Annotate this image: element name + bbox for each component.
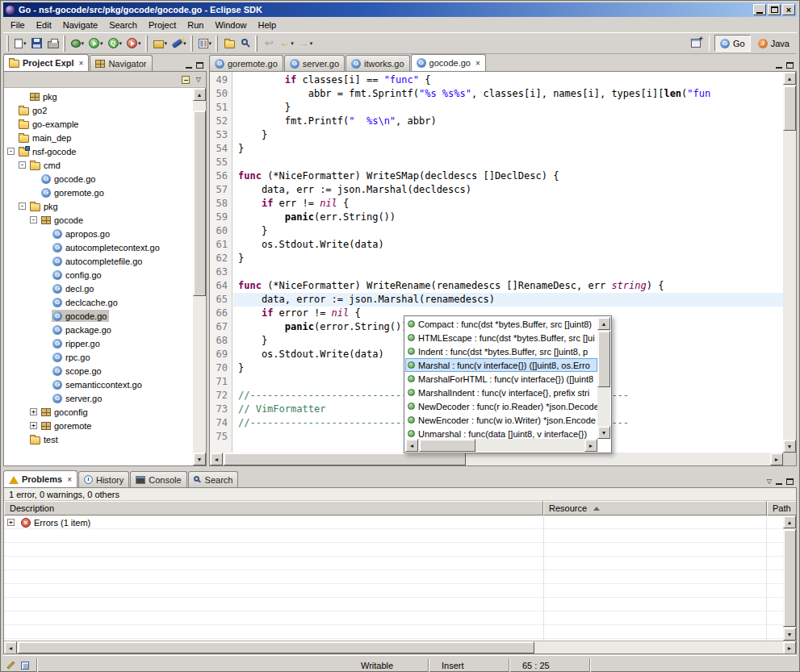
scrollbar-thumb[interactable]: [783, 86, 796, 131]
problems-vertical-scrollbar[interactable]: ▲ ▼: [783, 515, 796, 641]
tree-item-gocode[interactable]: -gocode: [4, 213, 193, 227]
scrollbar-thumb[interactable]: [597, 331, 610, 387]
assist-item[interactable]: MarshalForHTML : func(v interface{}) ([]…: [405, 372, 597, 386]
menu-file[interactable]: File: [5, 19, 31, 31]
open-perspective-button[interactable]: [688, 35, 704, 52]
scroll-down-icon[interactable]: ▼: [783, 440, 796, 453]
coverage-button[interactable]: Q▾: [106, 35, 125, 52]
column-divider[interactable]: [766, 515, 767, 641]
assist-item[interactable]: Indent : func(dst *bytes.Buffer, src []u…: [405, 344, 597, 358]
tree-item-decl.go[interactable]: decl.go: [4, 282, 193, 295]
scroll-up-icon[interactable]: ▲: [597, 317, 610, 330]
code-editor[interactable]: 4950515253545556575859606162636465666768…: [209, 71, 797, 466]
code-line-61[interactable]: os.Stdout.Write(data): [233, 238, 783, 252]
code-line-63[interactable]: [233, 265, 783, 279]
scroll-left-icon[interactable]: ◄: [210, 453, 223, 465]
editor-tab-server.go[interactable]: server.go: [284, 55, 345, 71]
assist-item[interactable]: Unmarshal : func(data []uint8, v interfa…: [405, 427, 597, 439]
scroll-left-icon[interactable]: ◄: [4, 641, 17, 654]
view-menu-icon[interactable]: ▽: [767, 478, 772, 485]
code-line-59[interactable]: panic(err.String()): [233, 211, 783, 224]
tree-item-main_dep[interactable]: main_dep: [4, 131, 193, 144]
task-folder-button[interactable]: [221, 35, 237, 52]
debug-button[interactable]: ▾: [69, 35, 87, 52]
toolbar-handle[interactable]: [255, 35, 258, 52]
column-path[interactable]: Path: [767, 501, 797, 515]
dropdown-arrow-icon[interactable]: ▾: [119, 40, 123, 47]
perspective-go-button[interactable]: Go: [714, 35, 751, 52]
dropdown-arrow-icon[interactable]: ▾: [209, 40, 212, 47]
tree-item-declcache.go[interactable]: declcache.go: [4, 295, 193, 309]
back-button[interactable]: ←▾: [277, 35, 296, 52]
tree-item-rpc.go[interactable]: rpc.go: [4, 350, 193, 364]
fast-view-button[interactable]: [3, 658, 18, 672]
dropdown-arrow-icon[interactable]: ▾: [165, 40, 168, 47]
code-line-64[interactable]: func (*NiceFormatter) WriteRename(rename…: [233, 279, 783, 293]
dropdown-arrow-icon[interactable]: ▾: [82, 40, 85, 47]
assist-item[interactable]: Marshal : func(v interface{}) ([]uint8, …: [405, 358, 597, 372]
dropdown-arrow-icon[interactable]: ▾: [100, 40, 103, 47]
scroll-up-icon[interactable]: ▲: [783, 515, 796, 528]
tree-scrollbar[interactable]: ▲ ▼: [193, 88, 206, 465]
assist-vertical-scrollbar[interactable]: ▲ ▼: [597, 317, 610, 439]
tree-item-server.go[interactable]: server.go: [4, 391, 193, 405]
scroll-right-icon[interactable]: ►: [584, 439, 597, 452]
scrollbar-thumb[interactable]: [224, 453, 466, 465]
view-tab-problems[interactable]: Problems×: [3, 470, 77, 487]
problems-horizontal-scrollbar[interactable]: ◄ ►: [4, 641, 796, 653]
problems-row[interactable]: +Errors (1 item): [4, 515, 796, 529]
tree-item-pkg[interactable]: -pkg: [4, 199, 193, 213]
tree-item-goremote[interactable]: +goremote: [4, 419, 193, 432]
maximize-button[interactable]: [768, 4, 781, 15]
tree-item-go2[interactable]: go2: [4, 103, 193, 117]
open-type-button[interactable]: ▾: [196, 35, 215, 52]
tree-item-goconfig[interactable]: +goconfig: [4, 405, 193, 419]
tree-item-scope.go[interactable]: scope.go: [4, 364, 193, 378]
scroll-up-icon[interactable]: ▲: [783, 72, 796, 85]
tree-item-package.go[interactable]: package.go: [4, 323, 193, 336]
view-menu-icon[interactable]: ▽: [196, 76, 201, 83]
code-line-57[interactable]: data, err := json.Marshal(decldescs): [233, 183, 783, 197]
editor-tab-goremote.go[interactable]: goremote.go: [209, 55, 283, 71]
assist-horizontal-scrollbar[interactable]: ◄ ►: [405, 439, 597, 452]
editor-tab-gocode.go[interactable]: gocode.go×: [411, 54, 486, 71]
editor-tab-itworks.go[interactable]: itworks.go: [346, 55, 410, 71]
menu-project[interactable]: Project: [143, 19, 182, 31]
title-bar[interactable]: Go - nsf-gocode/src/pkg/gocode/gocode.go…: [3, 2, 797, 17]
code-line-49[interactable]: if classes[i] == "func" {: [233, 73, 783, 87]
tree-item-goremote.go[interactable]: goremote.go: [4, 186, 193, 199]
tree-item-nsf-gocode[interactable]: -nsf-gocode: [4, 144, 193, 158]
maximize-editor-icon[interactable]: [786, 62, 794, 69]
collapse-all-icon[interactable]: [182, 76, 190, 84]
minimize-button[interactable]: [753, 4, 766, 15]
search-glass-button[interactable]: [237, 35, 253, 52]
scroll-left-icon[interactable]: ◄: [405, 439, 418, 452]
last-edit-location-button[interactable]: ↩: [261, 35, 277, 52]
minus-expander-icon[interactable]: -: [19, 202, 26, 210]
tree-item-autocompletecontext.go[interactable]: autocompletecontext.go: [4, 240, 193, 254]
code-line-55[interactable]: [233, 156, 783, 169]
tree-item-test[interactable]: test: [4, 432, 193, 446]
minimize-view-icon[interactable]: [186, 62, 192, 69]
new-wizard-button[interactable]: ▾: [12, 35, 29, 52]
view-tab-console[interactable]: Console: [130, 471, 186, 487]
minimize-editor-icon[interactable]: [776, 62, 782, 69]
toolbar-handle[interactable]: [145, 35, 148, 52]
minus-expander-icon[interactable]: -: [19, 161, 26, 169]
dropdown-arrow-icon[interactable]: ▾: [291, 40, 294, 47]
scroll-down-icon[interactable]: ▼: [783, 628, 796, 641]
view-tab-search[interactable]: Search: [188, 471, 239, 487]
code-line-54[interactable]: }: [233, 142, 783, 156]
run-button[interactable]: ▾: [86, 35, 106, 52]
column-description[interactable]: Description: [4, 501, 543, 515]
close-view-icon[interactable]: ×: [79, 59, 84, 68]
plus-expander-icon[interactable]: +: [30, 422, 37, 429]
new-package-button[interactable]: ▾: [151, 35, 170, 52]
assist-item[interactable]: HTMLEscape : func(dst *bytes.Buffer, src…: [405, 331, 597, 344]
save-button[interactable]: [29, 35, 45, 52]
view-tab-history[interactable]: History: [78, 471, 129, 487]
status-plugin-button[interactable]: [18, 658, 32, 672]
menu-help[interactable]: Help: [253, 19, 283, 31]
dropdown-arrow-icon[interactable]: ▾: [310, 40, 313, 47]
tree-item-pkg[interactable]: pkg: [4, 90, 193, 103]
